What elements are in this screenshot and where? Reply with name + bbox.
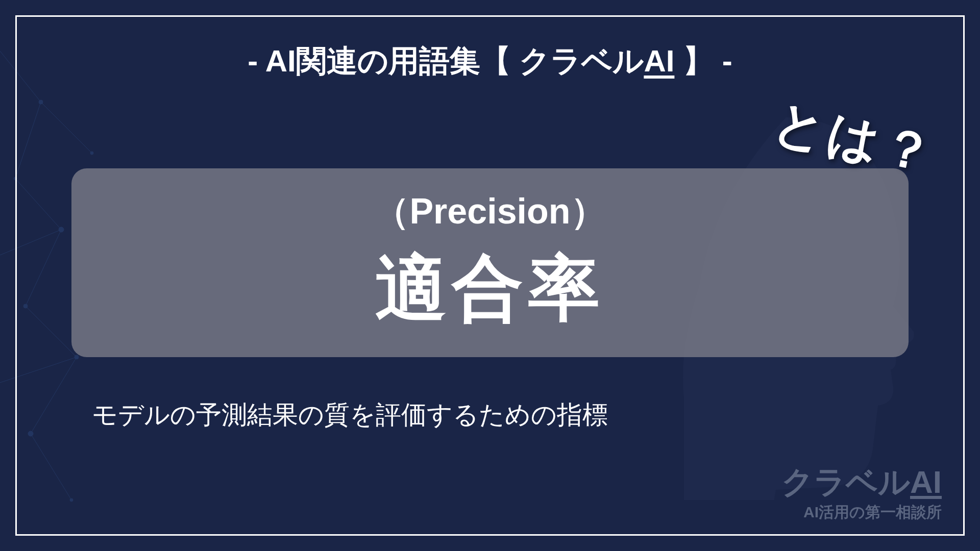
term-japanese: 適合率 — [375, 241, 605, 338]
footer-brand: クラベルAI AI活用の第一相談所 — [781, 466, 942, 523]
footer-brand-main: クラベルAI — [781, 466, 942, 498]
header-title: - AI関連の用語集【 クラベルAI 】 - — [0, 41, 980, 82]
main-term-box: （Precision） 適合率 — [71, 168, 909, 357]
footer-tagline: AI活用の第一相談所 — [781, 502, 942, 523]
header-suffix: 】 - — [674, 44, 732, 78]
term-description: モデルの予測結果の質を評価するための指標 — [92, 398, 608, 432]
footer-brand-prefix: クラベル — [781, 464, 910, 499]
footer-brand-ai: AI — [910, 464, 942, 499]
term-english: （Precision） — [374, 188, 606, 236]
header-ai: AI — [644, 44, 674, 78]
header-prefix: - AI関連の用語集【 クラベル — [248, 44, 644, 78]
